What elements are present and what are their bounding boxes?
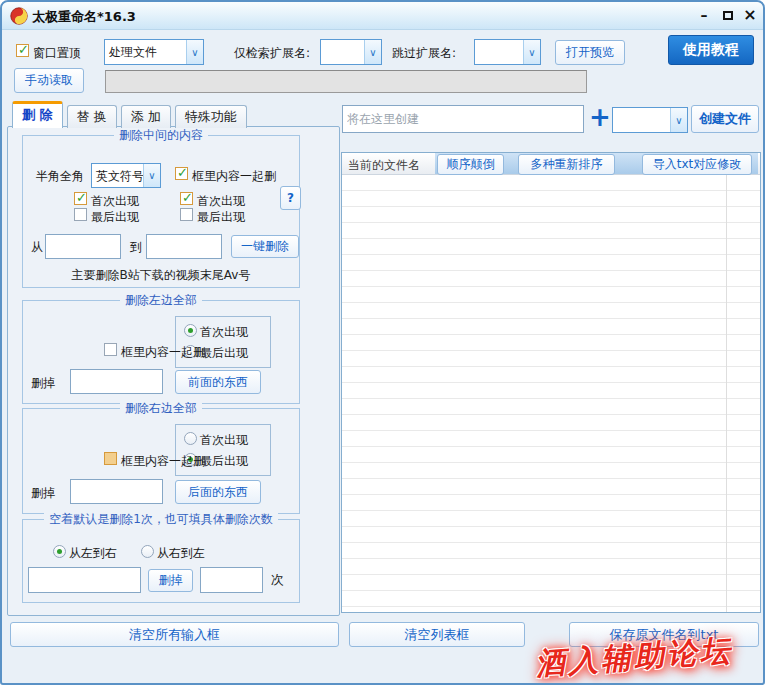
right-action-button[interactable]: 后面的东西 [175, 480, 261, 504]
right-delete-input[interactable] [70, 479, 163, 504]
right-delete-label: 删掉 [31, 485, 55, 502]
reverse-order-button[interactable]: 顺序颠倒 [437, 154, 504, 175]
to-label: 到 [130, 239, 142, 256]
middle-first2-checkbox[interactable] [180, 192, 193, 205]
left-delete-input[interactable] [70, 369, 163, 394]
middle-last2-checkbox[interactable] [180, 208, 193, 221]
tab-replace[interactable]: 替 换 [67, 105, 117, 128]
bilibili-hint: 主要删除B站下载的视频末尾Av号 [23, 267, 299, 284]
create-ext-select[interactable]: ∨ [612, 107, 688, 133]
window-on-top-checkbox[interactable] [16, 44, 29, 57]
from-input[interactable] [45, 234, 121, 259]
right-last-label: 最后出现 [200, 453, 248, 470]
file-list: 当前的文件名 顺序颠倒 多种重新排序 导入txt对应修改 [341, 152, 761, 613]
clear-all-inputs-button[interactable]: 清空所有输入框 [10, 622, 339, 647]
maximize-icon[interactable] [718, 5, 738, 25]
middle-first2-label: 首次出现 [197, 193, 245, 210]
ltr-radio[interactable] [53, 545, 66, 558]
process-mode-value: 处理文件 [109, 44, 157, 61]
ltr-label: 从左到右 [69, 545, 117, 562]
chevron-down-icon[interactable]: ∨ [670, 108, 687, 132]
rtl-label: 从右到左 [157, 545, 205, 562]
window-on-top-label: 窗口置顶 [33, 45, 81, 62]
open-preview-button[interactable]: 打开预览 [555, 40, 625, 65]
app-window: 太极重命名*16.3 – × 窗口置顶 处理文件 ∨ 仅检索扩展名: ∨ 跳过扩… [0, 0, 765, 685]
middle-last1-label: 最后出现 [91, 209, 139, 226]
left-last-label: 最后出现 [200, 345, 248, 362]
group-delete-left: 删除左边全部 首次出现 最后出现 框里内容一起删 删掉 前面的东西 [22, 300, 300, 404]
list-body[interactable] [342, 175, 760, 612]
times-unit-label: 次 [271, 571, 284, 589]
times-count-input[interactable] [200, 567, 263, 593]
times-delete-button[interactable]: 删掉 [148, 569, 193, 592]
tab-special[interactable]: 特殊功能 [175, 105, 247, 128]
group-delete-middle: 删除中间的内容 半角全角 英文符号 ∨ 框里内容一起删 首次出现 最后出现 首次… [22, 135, 300, 288]
window-title: 太极重命名*16.3 [32, 8, 136, 26]
only-ext-select[interactable]: ∨ [320, 39, 382, 65]
process-mode-select[interactable]: 处理文件 ∨ [104, 39, 204, 65]
left-box-content-label: 框里内容一起删 [121, 344, 205, 361]
taiji-app-icon [10, 7, 28, 25]
clear-list-button[interactable]: 清空列表框 [349, 622, 525, 647]
column-divider [726, 175, 727, 612]
tab-add[interactable]: 添 加 [121, 105, 171, 128]
multi-sort-button[interactable]: 多种重新排序 [518, 154, 615, 175]
skip-ext-label: 跳过扩展名: [392, 45, 456, 62]
chevron-down-icon[interactable]: ∨ [523, 40, 540, 64]
right-first-radio[interactable] [184, 432, 197, 445]
right-box-content-checkbox[interactable] [104, 452, 117, 465]
list-header-label[interactable]: 当前的文件名 [348, 157, 420, 174]
middle-first1-checkbox[interactable] [74, 192, 87, 205]
group-delete-right: 删除右边全部 首次出现 最后出现 框里内容一起删 删掉 后面的东西 [22, 408, 300, 514]
times-text-input[interactable] [28, 567, 141, 593]
middle-last1-checkbox[interactable] [74, 208, 87, 221]
one-key-delete-button[interactable]: 一键删除 [231, 235, 299, 258]
save-names-txt-button[interactable]: 保存原文件名到txt [569, 622, 759, 647]
plus-icon: + [589, 104, 611, 130]
chevron-down-icon[interactable]: ∨ [143, 164, 160, 187]
only-ext-label: 仅检索扩展名: [234, 45, 310, 62]
titlebar: 太极重命名*16.3 – × [2, 2, 763, 30]
create-file-button[interactable]: 创建文件 [691, 105, 759, 133]
maximize-square [723, 11, 733, 20]
tab-strip: 删 除 替 换 添 加 特殊功能 [12, 101, 247, 128]
middle-box-content-label: 框里内容一起删 [192, 168, 276, 185]
create-name-input[interactable] [342, 105, 584, 133]
middle-first1-label: 首次出现 [91, 193, 139, 210]
symbol-type-select[interactable]: 英文符号 ∨ [91, 163, 161, 188]
left-action-button[interactable]: 前面的东西 [175, 370, 261, 394]
chevron-down-icon[interactable]: ∨ [186, 40, 203, 64]
tutorial-button[interactable]: 使用教程 [668, 35, 754, 65]
middle-box-content-checkbox[interactable] [175, 167, 188, 180]
list-header: 当前的文件名 顺序颠倒 多种重新排序 导入txt对应修改 [342, 153, 760, 175]
to-input[interactable] [146, 234, 222, 259]
chevron-down-icon[interactable]: ∨ [364, 40, 381, 64]
left-delete-label: 删掉 [31, 375, 55, 392]
path-input[interactable] [105, 70, 587, 93]
right-box-content-label: 框里内容一起删 [121, 453, 205, 470]
close-icon[interactable]: × [740, 5, 760, 25]
width-mode-label: 半角全角 [36, 168, 84, 185]
left-first-label: 首次出现 [200, 324, 248, 341]
group-delete-times: 空着默认是删除1次，也可填具体删除次数 从左到右 从右到左 删掉 次 [22, 519, 300, 603]
skip-ext-select[interactable]: ∨ [474, 39, 541, 65]
rtl-radio[interactable] [141, 545, 154, 558]
help-button[interactable]: ? [280, 186, 301, 210]
right-first-label: 首次出现 [200, 432, 248, 449]
left-first-radio[interactable] [184, 324, 197, 337]
minimize-icon[interactable]: – [694, 5, 714, 25]
left-box-content-checkbox[interactable] [104, 343, 117, 356]
import-txt-button[interactable]: 导入txt对应修改 [642, 154, 752, 175]
middle-last2-label: 最后出现 [197, 209, 245, 226]
manual-read-button[interactable]: 手动读取 [14, 68, 84, 93]
tab-delete[interactable]: 删 除 [12, 101, 63, 128]
symbol-type-value: 英文符号 [96, 167, 144, 184]
from-label: 从 [31, 239, 43, 256]
